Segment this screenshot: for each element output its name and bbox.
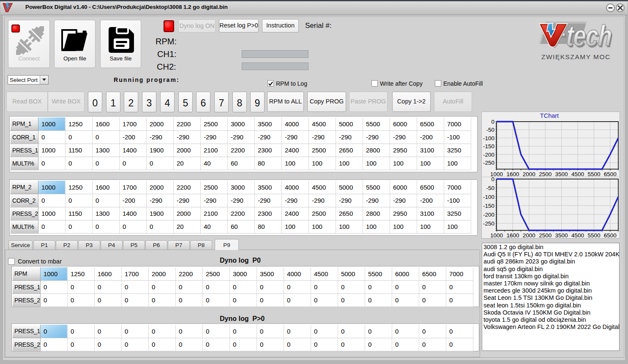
- svg-text:4500: 4500: [571, 171, 584, 177]
- svg-text:3500: 3500: [555, 232, 568, 239]
- svg-text:5500: 5500: [587, 232, 600, 239]
- svg-text:2000: 2000: [523, 171, 535, 177]
- svg-text:2500: 2500: [539, 232, 552, 239]
- svg-text:0: 0: [491, 176, 494, 182]
- svg-text:-150: -150: [483, 143, 494, 149]
- svg-text:1600: 1600: [506, 232, 519, 239]
- svg-text:6500: 6500: [604, 232, 617, 239]
- svg-text:1000: 1000: [490, 232, 503, 239]
- svg-text:1600: 1600: [506, 171, 519, 177]
- svg-text:-100: -100: [483, 135, 494, 141]
- svg-text:-200: -200: [483, 152, 494, 158]
- svg-text:-250: -250: [483, 160, 494, 166]
- svg-text:tech: tech: [565, 19, 613, 52]
- svg-text:-150: -150: [483, 203, 494, 209]
- svg-text:-50: -50: [486, 185, 494, 191]
- svg-text:0: 0: [491, 119, 494, 125]
- svg-text:TChart: TChart: [540, 112, 559, 119]
- svg-text:-250: -250: [483, 220, 494, 227]
- svg-text:2000: 2000: [523, 232, 535, 239]
- svg-text:-200: -200: [483, 212, 494, 218]
- svg-text:2500: 2500: [539, 171, 552, 177]
- svg-text:ZWIĘKSZAMY MOC: ZWIĘKSZAMY MOC: [541, 53, 611, 60]
- svg-text:-100: -100: [483, 194, 494, 200]
- svg-text:5500: 5500: [587, 171, 600, 177]
- svg-text:6500: 6500: [604, 171, 617, 177]
- svg-text:4500: 4500: [571, 232, 584, 239]
- svg-text:-50: -50: [486, 127, 494, 133]
- svg-text:3500: 3500: [555, 171, 568, 177]
